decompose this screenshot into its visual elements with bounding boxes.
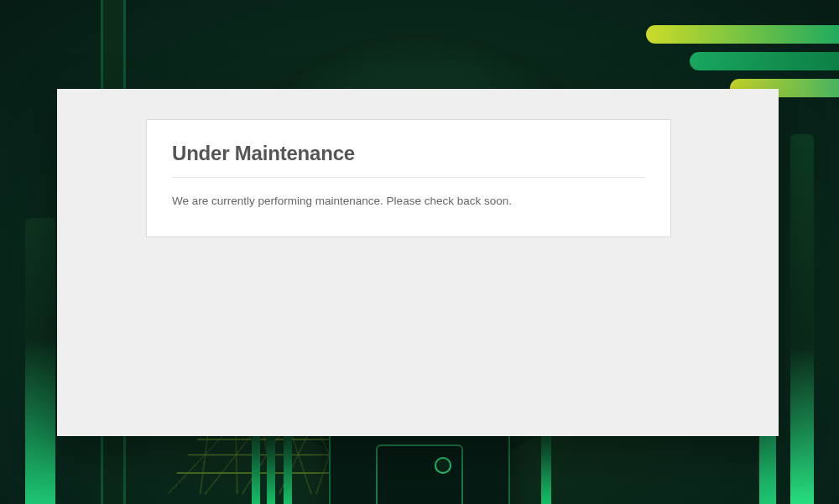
pillar-decoration xyxy=(25,218,55,504)
foreground-panel: Under Maintenance We are currently perfo… xyxy=(57,89,779,436)
maintenance-message: We are currently performing maintenance.… xyxy=(172,193,645,210)
character-pocket xyxy=(376,444,463,504)
maintenance-title: Under Maintenance xyxy=(172,142,645,178)
stick-decoration xyxy=(267,428,275,504)
speed-line-decoration xyxy=(646,25,839,44)
character-badge-icon xyxy=(435,457,451,474)
speed-line-decoration xyxy=(690,52,839,70)
pillar-decoration xyxy=(790,134,814,504)
maintenance-card: Under Maintenance We are currently perfo… xyxy=(146,119,671,237)
